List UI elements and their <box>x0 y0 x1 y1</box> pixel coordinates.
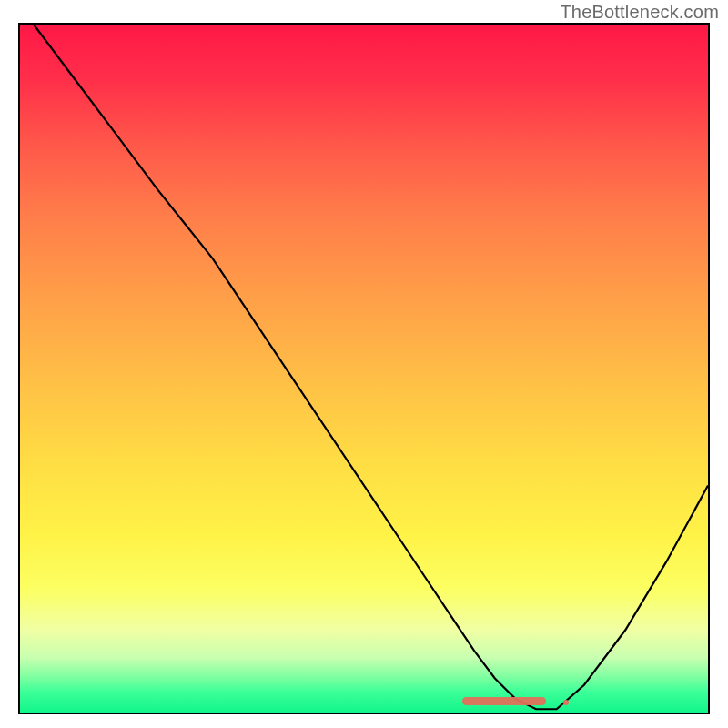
marker-segment <box>462 697 545 705</box>
plot-area <box>18 23 710 714</box>
curve-line <box>20 25 708 713</box>
watermark-text: TheBottleneck.com <box>560 2 719 23</box>
